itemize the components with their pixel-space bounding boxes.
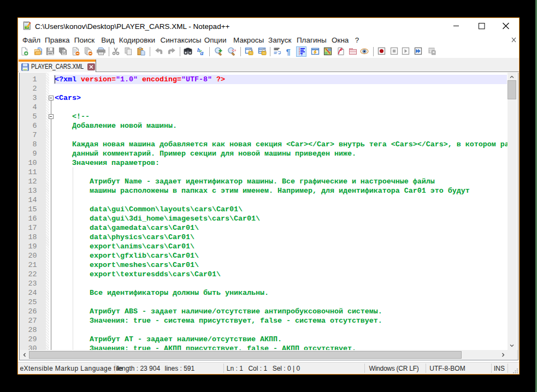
svg-text:a: a bbox=[200, 49, 203, 56]
svg-text:¶: ¶ bbox=[286, 47, 290, 56]
